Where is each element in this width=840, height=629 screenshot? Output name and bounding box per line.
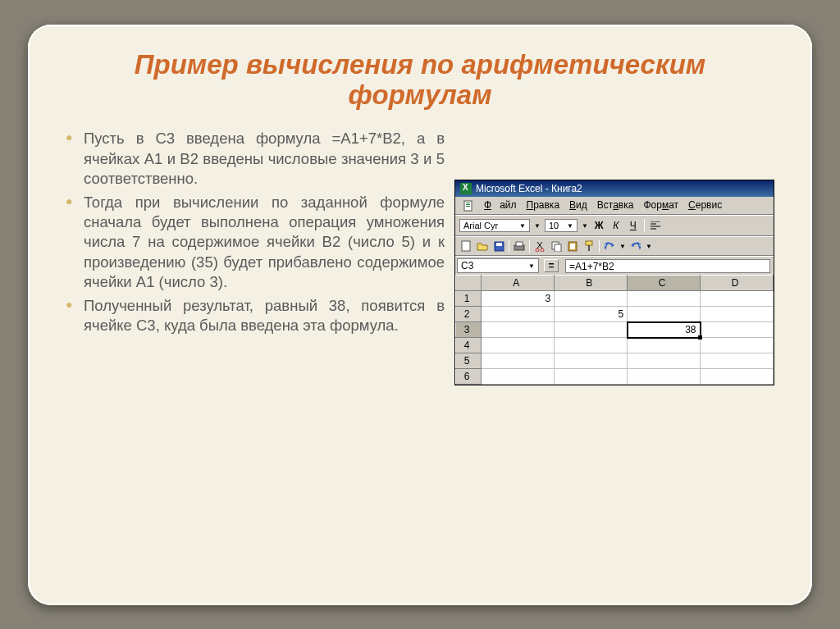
svg-rect-16 — [588, 245, 590, 251]
cell-a3[interactable] — [482, 322, 555, 338]
bullet-item: Полученный результат, равный 38, появитс… — [66, 296, 445, 336]
slide: Пример вычисления по арифметическим форм… — [28, 25, 812, 605]
text-column: Пусть в C3 введена формула =A1+7*B2, а в… — [66, 129, 445, 385]
paste-icon[interactable] — [566, 239, 579, 253]
cell-a6[interactable] — [482, 369, 555, 385]
svg-rect-2 — [466, 204, 470, 205]
menu-view[interactable]: Вид — [565, 198, 591, 212]
open-icon[interactable] — [476, 239, 489, 253]
chevron-down-icon[interactable]: ▼ — [646, 243, 652, 250]
select-all-corner[interactable] — [456, 276, 482, 291]
excel-window: Microsoft Excel - Книга2 Файл Правка Вид… — [454, 180, 774, 385]
undo-icon[interactable] — [603, 239, 616, 253]
fx-button[interactable]: = — [544, 259, 559, 272]
cell-d2[interactable] — [701, 307, 774, 322]
redo-icon[interactable] — [629, 239, 642, 253]
svg-rect-15 — [586, 241, 592, 245]
cell-c2[interactable] — [628, 307, 701, 322]
chevron-down-icon[interactable]: ▼ — [582, 222, 588, 230]
standard-toolbar: ▼ ▼ — [455, 236, 774, 256]
bullet-item: Пусть в C3 введена формула =A1+7*B2, а в… — [66, 129, 445, 189]
row-header[interactable]: 5 — [456, 353, 482, 369]
cell-b3[interactable] — [555, 322, 628, 338]
excel-titlebar: Microsoft Excel - Книга2 — [455, 180, 774, 197]
menu-insert[interactable]: Вставка — [593, 198, 638, 212]
menu-edit[interactable]: Правка — [523, 198, 564, 212]
excel-window-title: Microsoft Excel - Книга2 — [476, 183, 582, 194]
active-cell-ref: C3 — [461, 260, 473, 271]
format-painter-icon[interactable] — [582, 239, 596, 253]
menu-file[interactable]: Файл — [480, 198, 521, 212]
svg-point-9 — [536, 248, 539, 252]
svg-rect-1 — [466, 203, 470, 203]
menu-format[interactable]: Формат — [639, 198, 682, 212]
italic-button[interactable]: К — [609, 218, 623, 233]
column-header[interactable]: C — [628, 276, 701, 291]
chevron-down-icon[interactable]: ▼ — [619, 243, 626, 250]
bullet-item: Тогда при вычислении по заданной формуле… — [66, 193, 445, 293]
column-header[interactable]: D — [701, 276, 774, 291]
font-selector[interactable]: Arial Cyr ▼ — [459, 219, 530, 232]
excel-menubar: Файл Правка Вид Вставка Формат Сервис — [455, 197, 774, 215]
svg-rect-3 — [466, 206, 470, 207]
copy-icon[interactable] — [550, 239, 563, 253]
chevron-down-icon: ▼ — [519, 222, 526, 230]
cell-a5[interactable] — [482, 353, 555, 369]
slide-title: Пример вычисления по арифметическим форм… — [66, 49, 774, 112]
toolbar-divider — [529, 239, 530, 253]
svg-rect-6 — [496, 243, 502, 246]
column-header[interactable]: B — [555, 276, 628, 291]
svg-rect-14 — [570, 244, 575, 249]
underline-button[interactable]: Ч — [627, 218, 640, 233]
row-header[interactable]: 1 — [456, 291, 482, 307]
cell-a1[interactable]: 3 — [482, 291, 555, 307]
formula-bar: C3 ▼ = =A1+7*B2 — [455, 256, 774, 275]
chevron-down-icon[interactable]: ▼ — [534, 222, 541, 230]
save-icon[interactable] — [492, 239, 505, 253]
spreadsheet-grid[interactable]: A B C D 1 3 2 5 — [455, 275, 774, 385]
align-left-icon[interactable] — [649, 219, 662, 232]
chevron-down-icon: ▼ — [528, 262, 535, 270]
chevron-down-icon: ▼ — [567, 222, 573, 230]
fontsize-selector[interactable]: 10 ▼ — [545, 219, 578, 232]
svg-rect-12 — [555, 244, 561, 252]
font-name: Arial Cyr — [463, 221, 498, 230]
print-icon[interactable] — [513, 239, 526, 253]
toolbar-divider — [644, 219, 645, 232]
new-icon[interactable] — [459, 239, 472, 253]
formatting-toolbar: Arial Cyr ▼ ▼ 10 ▼ ▼ Ж К Ч — [455, 215, 774, 236]
bold-button[interactable]: Ж — [592, 218, 605, 233]
row-header[interactable]: 3 — [456, 322, 482, 338]
excel-screenshot: Microsoft Excel - Книга2 Файл Правка Вид… — [454, 129, 774, 385]
cell-d3[interactable] — [701, 322, 774, 338]
cell-c3-selected[interactable]: 38 — [628, 322, 701, 338]
svg-rect-8 — [516, 242, 523, 246]
formula-input[interactable]: =A1+7*B2 — [565, 259, 770, 273]
svg-point-10 — [541, 248, 544, 252]
row-header[interactable]: 6 — [456, 369, 482, 385]
document-icon — [459, 198, 478, 212]
cell-b1[interactable] — [555, 291, 628, 307]
cell-d1[interactable] — [701, 291, 774, 307]
cell-b2[interactable]: 5 — [555, 307, 628, 322]
column-header[interactable]: A — [482, 276, 555, 291]
font-size: 10 — [549, 221, 559, 230]
cell-a4[interactable] — [482, 338, 555, 353]
row-header[interactable]: 2 — [456, 307, 482, 322]
cell-c1[interactable] — [628, 291, 701, 307]
toolbar-divider — [599, 239, 600, 253]
cell-a2[interactable] — [482, 307, 555, 322]
slide-body: Пусть в C3 введена формула =A1+7*B2, а в… — [66, 129, 774, 385]
svg-rect-4 — [462, 241, 470, 251]
name-box[interactable]: C3 ▼ — [457, 258, 539, 273]
cut-icon[interactable] — [533, 239, 546, 253]
menu-service[interactable]: Сервис — [684, 198, 726, 212]
row-header[interactable]: 4 — [456, 338, 482, 353]
toolbar-divider — [509, 239, 509, 253]
excel-app-icon — [460, 183, 472, 194]
